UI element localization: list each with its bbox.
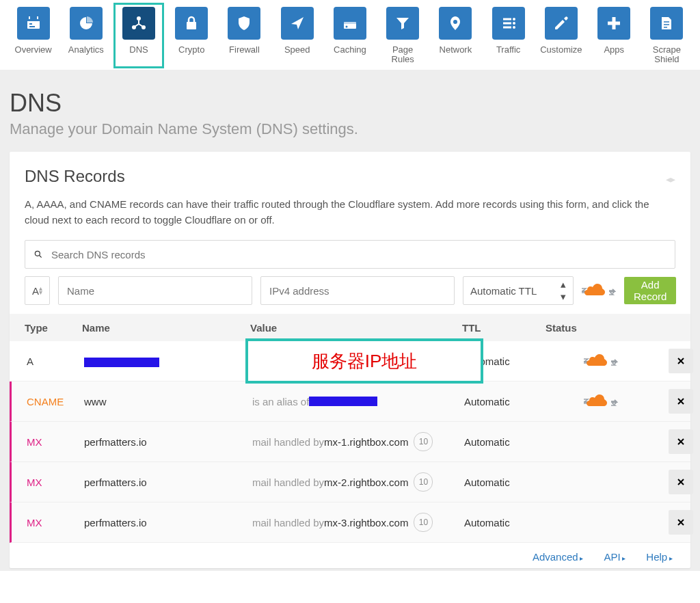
cell-status[interactable] xyxy=(548,353,654,369)
tab-crypto[interactable]: Crypto xyxy=(171,7,213,64)
record-value-input[interactable] xyxy=(268,284,447,297)
cell-name[interactable] xyxy=(84,355,252,366)
search-box[interactable] xyxy=(25,240,675,269)
annotation-text: 服务器IP地址 xyxy=(312,349,418,373)
scrape-icon xyxy=(650,7,683,40)
main-content: DNS Manage your Domain Name System (DNS)… xyxy=(0,70,700,571)
collapse-icon[interactable]: ◂▸ xyxy=(666,174,675,185)
apps-icon xyxy=(597,7,630,40)
dns-icon xyxy=(122,7,155,40)
cell-type[interactable]: A xyxy=(27,356,84,367)
cell-type[interactable]: MX xyxy=(27,477,84,488)
tab-label: Page Rules xyxy=(382,45,424,64)
cell-ttl[interactable]: Automatic xyxy=(464,517,548,528)
col-status: Status xyxy=(546,322,651,334)
search-input[interactable] xyxy=(50,248,667,261)
close-icon xyxy=(677,438,685,446)
tab-apps[interactable]: Apps xyxy=(593,7,635,64)
help-link[interactable]: Help xyxy=(646,551,673,563)
search-icon xyxy=(33,250,43,259)
cell-value[interactable]: mail handled by mx-3.rightbox.com10 xyxy=(252,513,464,532)
record-name-input[interactable] xyxy=(66,284,245,297)
delete-button[interactable] xyxy=(669,389,693,414)
ttl-select[interactable]: Automatic TTL ▴▾ xyxy=(463,276,574,305)
cloud-proxy-icon xyxy=(582,282,616,299)
overview-icon xyxy=(17,7,50,40)
col-name: Name xyxy=(82,322,250,334)
tab-label: Analytics xyxy=(68,45,104,55)
chevron-updown-icon: ▴▾ xyxy=(561,278,566,303)
tab-label: Caching xyxy=(334,45,366,55)
chevron-updown-icon: ▴▾ xyxy=(39,286,42,295)
tab-analytics[interactable]: Analytics xyxy=(65,7,107,64)
tab-label: ScrapeShield xyxy=(653,45,681,64)
tab-caching[interactable]: Caching xyxy=(329,7,371,64)
customize-icon xyxy=(545,7,578,40)
delete-button[interactable] xyxy=(669,349,693,373)
cell-value[interactable]: is an alias of xyxy=(252,396,464,407)
record-type-select[interactable]: A ▴▾ xyxy=(25,276,50,305)
cell-name[interactable]: www xyxy=(84,396,252,407)
tab-customize[interactable]: Customize xyxy=(540,7,582,64)
tab-dns[interactable]: DNS xyxy=(113,3,163,68)
cell-value[interactable]: mail handled by mx-2.rightbox.com10 xyxy=(252,472,464,492)
tab-label: DNS xyxy=(129,45,148,55)
crypto-icon xyxy=(175,7,208,40)
cell-type[interactable]: CNAME xyxy=(27,396,84,407)
api-link[interactable]: API xyxy=(604,551,625,563)
cell-name[interactable]: perfmatters.io xyxy=(84,477,252,488)
card-title: DNS Records xyxy=(25,167,675,186)
cell-name[interactable]: perfmatters.io xyxy=(84,436,252,448)
close-icon xyxy=(677,478,685,486)
priority-badge: 10 xyxy=(414,472,433,492)
cell-ttl[interactable]: Automatic xyxy=(464,436,548,448)
page-subtitle: Manage your Domain Name System (DNS) set… xyxy=(10,120,690,138)
cell-value[interactable]: 服务器IP地址 xyxy=(252,341,464,381)
cell-value[interactable]: mail handled by mx-1.rightbox.com10 xyxy=(252,432,464,451)
caching-icon xyxy=(334,7,366,40)
page-title: DNS xyxy=(10,89,690,118)
delete-button[interactable] xyxy=(669,470,693,494)
add-record-form: A ▴▾ Automatic TTL ▴▾ Add Record xyxy=(25,277,675,304)
speed-icon xyxy=(281,7,314,40)
add-record-button[interactable]: Add Record xyxy=(624,277,676,304)
table-row: MXperfmatters.iomail handled by mx-2.rig… xyxy=(10,462,690,502)
advanced-link[interactable]: Advanced xyxy=(533,551,584,563)
priority-badge: 10 xyxy=(414,432,433,451)
close-icon xyxy=(677,518,685,526)
table-row: A服务器IP地址Automatic xyxy=(10,341,690,381)
tab-label: Overview xyxy=(15,45,52,55)
tab-pagerules[interactable]: Page Rules xyxy=(382,7,424,64)
record-name-input-wrap xyxy=(58,276,252,305)
tab-firewall[interactable]: Firewall xyxy=(224,7,265,64)
tab-label: Customize xyxy=(540,45,582,55)
cell-type[interactable]: MX xyxy=(27,517,84,528)
pagerules-icon xyxy=(386,7,419,40)
tab-label: Apps xyxy=(604,45,624,55)
cell-name[interactable]: perfmatters.io xyxy=(84,517,252,528)
close-icon xyxy=(677,357,685,365)
col-type: Type xyxy=(25,322,82,334)
tab-label: Speed xyxy=(284,45,310,55)
record-value-input-wrap xyxy=(260,276,455,305)
cloud-proxy-icon xyxy=(584,353,618,369)
ttl-value: Automatic TTL xyxy=(470,285,537,297)
table-header: Type Name Value TTL Status xyxy=(10,314,690,341)
cell-status[interactable] xyxy=(548,393,654,410)
tab-speed[interactable]: Speed xyxy=(276,7,318,64)
tab-traffic[interactable]: Traffic xyxy=(487,7,529,64)
tab-scrape[interactable]: ScrapeShield xyxy=(646,7,688,64)
delete-button[interactable] xyxy=(669,429,693,454)
tab-overview[interactable]: Overview xyxy=(12,7,54,64)
tab-label: Network xyxy=(440,45,472,55)
tab-network[interactable]: Network xyxy=(435,7,476,64)
tab-label: Crypto xyxy=(178,45,204,55)
cell-ttl[interactable]: Automatic xyxy=(464,396,548,407)
table-row: MXperfmatters.iomail handled by mx-3.rig… xyxy=(10,502,690,543)
record-type-value: A xyxy=(32,285,39,297)
cell-ttl[interactable]: Automatic xyxy=(464,477,548,488)
cell-type[interactable]: MX xyxy=(27,436,84,448)
delete-button[interactable] xyxy=(669,510,693,535)
proxy-toggle[interactable] xyxy=(582,282,616,299)
annotation-box: 服务器IP地址 xyxy=(245,338,483,384)
